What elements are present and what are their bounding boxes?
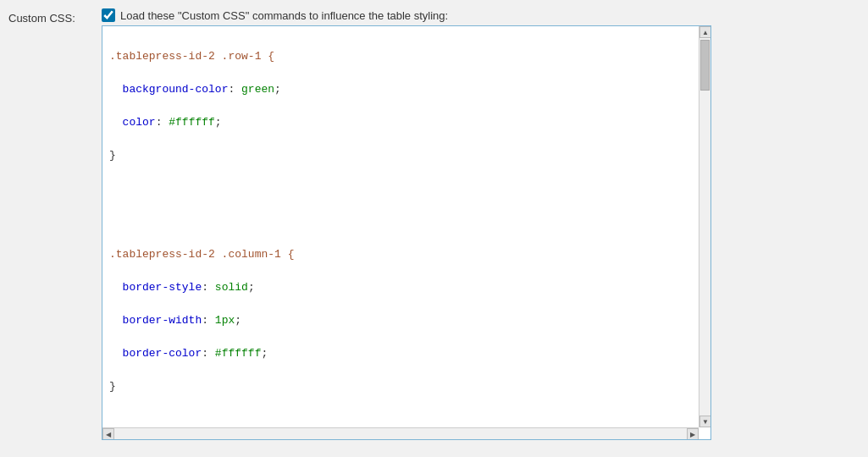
load-css-checkbox[interactable] [102,8,115,22]
main-container: Custom CSS: Load these "Custom CSS" comm… [8,8,860,440]
scroll-thumb-vertical[interactable] [700,40,710,91]
scroll-up-arrow[interactable]: ▲ [699,26,711,38]
scroll-down-arrow[interactable]: ▼ [699,416,711,427]
scroll-left-arrow[interactable]: ◀ [102,428,114,440]
css-editor-wrapper: .tablepress-id-2 .row-1 { background-col… [102,25,711,440]
scroll-right-arrow[interactable]: ▶ [687,428,699,440]
vertical-scrollbar[interactable]: ▲ ▼ [699,26,710,427]
custom-css-label: Custom CSS: [8,8,93,25]
scroll-track-vertical[interactable] [699,38,710,416]
checkbox-label: Load these "Custom CSS" commands to infl… [120,9,448,22]
scroll-track-horizontal[interactable] [114,428,687,439]
right-panel: Load these "Custom CSS" commands to infl… [102,8,860,440]
css-editor[interactable]: .tablepress-id-2 .row-1 { background-col… [102,26,710,439]
horizontal-scrollbar[interactable]: ◀ ▶ [102,427,699,439]
checkbox-row: Load these "Custom CSS" commands to infl… [102,8,860,22]
